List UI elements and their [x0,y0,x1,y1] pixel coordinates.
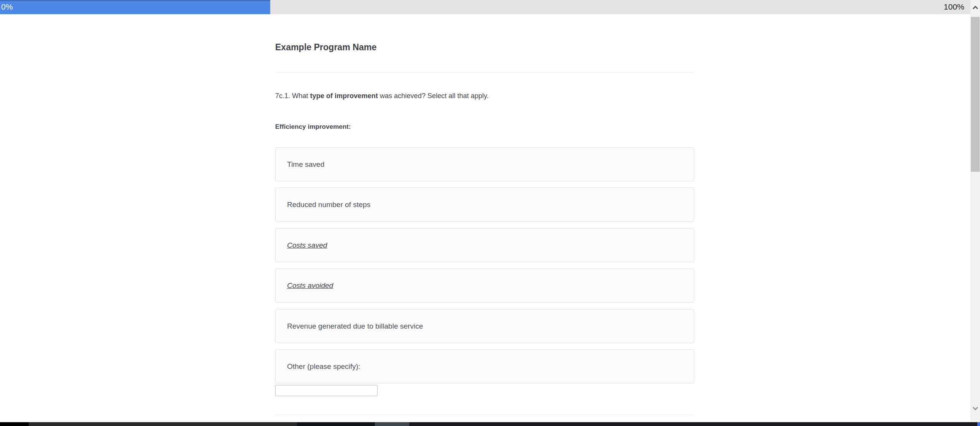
question-prefix: 7c.1. What [275,92,310,100]
progress-bar-fill [0,0,270,14]
taskbar-strip [0,422,980,426]
option-costs-saved[interactable]: Costs saved [275,228,694,262]
vertical-scrollbar[interactable] [970,0,980,426]
costs-avoided-link[interactable]: Costs avoided [287,281,333,290]
option-label: Revenue generated due to billable servic… [287,322,423,331]
scroll-down-button[interactable] [970,401,980,416]
question-emphasis: type of improvement [310,92,378,100]
progress-current-label: 0% [1,0,13,14]
option-label: Other (please specify): [287,362,360,371]
survey-content: Example Program Name 7c.1. What type of … [275,0,694,426]
option-reduced-number-of-steps[interactable]: Reduced number of steps [275,188,694,222]
option-time-saved[interactable]: Time saved [275,147,694,181]
chevron-down-icon [972,405,978,412]
other-specify-input[interactable] [275,385,378,396]
section-label: Efficiency improvement: [275,123,351,131]
option-revenue-generated[interactable]: Revenue generated due to billable servic… [275,309,694,343]
progress-max-label: 100% [944,0,964,14]
survey-page: 0% 100% Example Program Name 7c.1. What … [0,0,980,426]
scroll-up-button[interactable] [970,0,980,15]
option-label: Time saved [287,160,325,169]
option-costs-avoided[interactable]: Costs avoided [275,268,694,303]
option-label: Reduced number of steps [287,201,371,209]
header-divider [275,72,694,72]
footer-divider [275,414,694,415]
scrollbar-thumb[interactable] [971,17,980,172]
question-suffix: was achieved? Select all that apply. [378,92,489,100]
chevron-up-icon [972,4,978,11]
costs-saved-link[interactable]: Costs saved [287,241,327,250]
page-title: Example Program Name [275,42,377,53]
question-text: 7c.1. What type of improvement was achie… [275,92,489,100]
option-other-specify[interactable]: Other (please specify): [275,349,694,383]
